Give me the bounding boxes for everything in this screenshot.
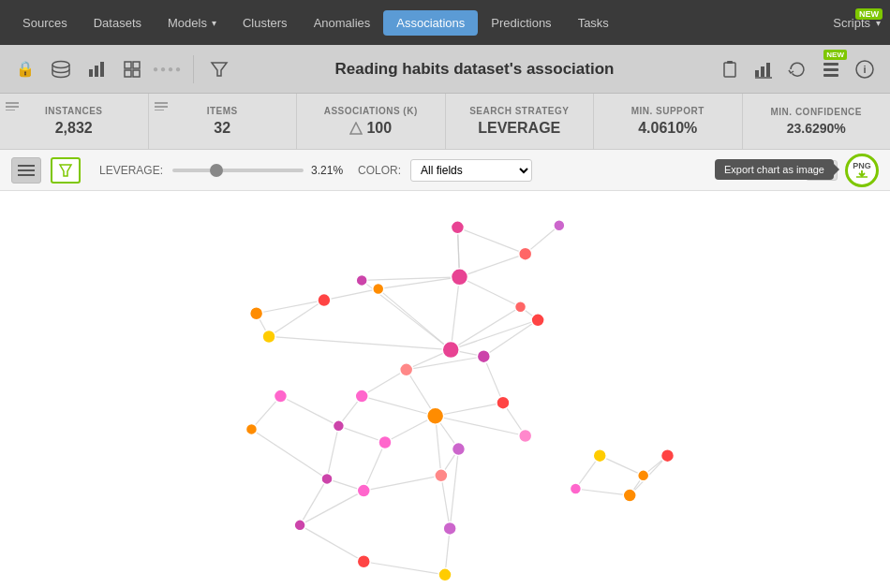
- svg-point-104: [333, 420, 344, 432]
- new-badge: NEW: [855, 8, 883, 20]
- svg-line-81: [575, 489, 630, 495]
- associations-value: 100: [366, 120, 392, 137]
- svg-line-49: [407, 357, 484, 370]
- svg-rect-12: [761, 66, 764, 77]
- svg-text:i: i: [863, 64, 866, 75]
- svg-line-35: [451, 277, 459, 350]
- svg-point-103: [378, 436, 392, 449]
- chart-icon[interactable]: [749, 55, 778, 83]
- svg-point-101: [497, 396, 510, 409]
- svg-line-69: [441, 476, 450, 529]
- nav-sources[interactable]: Sources: [9, 10, 81, 36]
- svg-point-85: [451, 221, 464, 234]
- nav-associations[interactable]: Associations: [383, 10, 478, 36]
- nav-predictions[interactable]: Predictions: [478, 10, 564, 36]
- refresh-icon[interactable]: [783, 55, 811, 83]
- items-value: 32: [214, 120, 230, 137]
- stat-min-support: MIN. SUPPORT 4.0610%: [594, 94, 743, 149]
- svg-rect-3: [100, 62, 104, 77]
- svg-line-44: [451, 320, 538, 350]
- leverage-slider[interactable]: [172, 169, 304, 172]
- nav-tasks[interactable]: Tasks: [565, 10, 622, 36]
- toolbar-new-badge: NEW: [823, 50, 847, 60]
- filter-button[interactable]: [51, 157, 81, 184]
- filter-icon[interactable]: [205, 55, 233, 83]
- svg-point-100: [427, 407, 444, 424]
- svg-point-92: [262, 330, 275, 343]
- svg-point-113: [443, 522, 456, 535]
- association-graph: [0, 191, 890, 588]
- png-label: PNG: [853, 162, 871, 170]
- nav-models[interactable]: Models ▾: [155, 10, 230, 36]
- page-title: Reading habits dataset's association: [241, 60, 708, 79]
- stat-associations: ASSOCIATIONS (K) 100: [297, 94, 446, 149]
- color-select[interactable]: All fields: [410, 159, 532, 182]
- svg-rect-15: [823, 63, 838, 66]
- nav-clusters[interactable]: Clusters: [230, 10, 301, 36]
- grid-icon[interactable]: [118, 55, 146, 83]
- associations-row: 100: [349, 120, 392, 137]
- stats-bar: INSTANCES 2,832 ITEMS 32 ASSOCIATIONS (K…: [0, 94, 890, 150]
- svg-line-73: [300, 525, 363, 562]
- svg-rect-11: [755, 70, 759, 77]
- download-icon: [855, 170, 868, 178]
- main-content: 🔒 ●●●● Reading habits dataset's associat…: [0, 45, 890, 588]
- svg-line-64: [280, 396, 338, 426]
- svg-rect-5: [133, 62, 140, 68]
- xxx-button[interactable]: xxx: [806, 160, 838, 181]
- svg-point-117: [661, 449, 675, 463]
- lock-icon[interactable]: 🔒: [11, 55, 39, 83]
- svg-line-83: [378, 289, 451, 350]
- svg-point-114: [438, 568, 452, 581]
- dots-icon[interactable]: ●●●●: [154, 55, 182, 83]
- svg-point-107: [519, 429, 532, 442]
- instances-menu-icon[interactable]: [6, 97, 19, 114]
- export-png-button[interactable]: PNG: [845, 154, 879, 187]
- svg-point-105: [274, 390, 287, 403]
- svg-rect-10: [727, 61, 733, 64]
- svg-line-65: [327, 426, 338, 479]
- svg-line-37: [324, 289, 378, 301]
- svg-marker-8: [212, 63, 227, 76]
- svg-point-99: [355, 390, 368, 403]
- slider-value: 3.21%: [311, 164, 349, 177]
- svg-rect-1: [89, 69, 93, 77]
- toolbar-right: NEW i: [716, 55, 879, 83]
- svg-rect-7: [133, 70, 140, 77]
- dataset-icon[interactable]: [47, 55, 75, 83]
- nav-anomalies[interactable]: Anomalies: [301, 10, 384, 36]
- leverage-label: LEVERAGE:: [99, 164, 163, 177]
- svg-line-43: [451, 307, 520, 350]
- bar-chart-icon[interactable]: [82, 55, 111, 83]
- graph-area[interactable]: [0, 191, 890, 588]
- hamburger-menu[interactable]: [11, 157, 41, 184]
- search-strategy-label: SEARCH STRATEGY: [469, 106, 569, 116]
- navbar: Sources Datasets Models ▾ Clusters Anoma…: [0, 0, 890, 45]
- min-confidence-value: 23.6290%: [787, 121, 846, 136]
- slider-container: 3.21%: [172, 164, 349, 177]
- svg-line-55: [436, 403, 503, 416]
- nav-scripts[interactable]: Scripts ▾ NEW: [833, 16, 881, 30]
- svg-line-36: [459, 277, 520, 307]
- items-menu-icon[interactable]: [155, 97, 168, 114]
- min-confidence-label: MIN. CONFIDENCE: [771, 107, 863, 117]
- svg-point-86: [554, 220, 565, 231]
- search-strategy-value: LEVERAGE: [478, 120, 560, 137]
- svg-point-96: [531, 314, 544, 327]
- svg-line-62: [338, 426, 385, 443]
- info-icon[interactable]: i: [851, 55, 879, 83]
- svg-point-106: [245, 423, 257, 434]
- nav-datasets[interactable]: Datasets: [81, 10, 155, 36]
- svg-point-118: [623, 489, 636, 502]
- clipboard-icon[interactable]: [716, 55, 744, 83]
- export-wrapper: Export chart as image PNG: [845, 154, 879, 187]
- svg-line-32: [459, 254, 525, 277]
- stat-min-confidence: MIN. CONFIDENCE 23.6290%: [743, 94, 891, 149]
- svg-point-94: [442, 342, 459, 359]
- stat-search-strategy: SEARCH STRATEGY LEVERAGE: [446, 94, 595, 149]
- svg-point-116: [638, 470, 649, 481]
- svg-point-112: [357, 555, 370, 568]
- svg-point-89: [373, 284, 384, 295]
- stat-instances: INSTANCES 2,832: [0, 94, 149, 149]
- svg-line-48: [483, 320, 538, 357]
